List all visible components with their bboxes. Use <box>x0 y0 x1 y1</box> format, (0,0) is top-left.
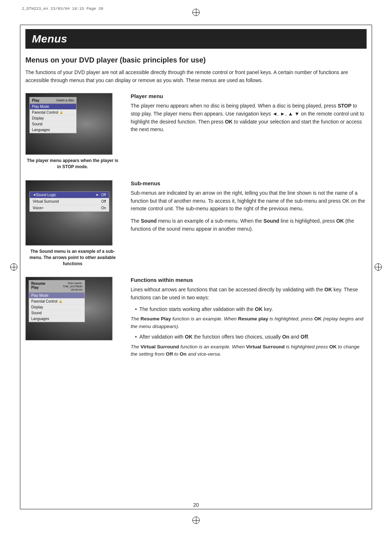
menu-header-left: Play <box>32 98 40 102</box>
title-banner: Menus <box>25 29 367 49</box>
sub-menu-caption: The Sound menu is an example of a sub-me… <box>25 248 120 267</box>
resume-play-label: Resume Play <box>31 282 52 290</box>
functions-left: Resume Play Disc name: THE_EXTREM00:00:0… <box>25 277 120 340</box>
menu-item-playmode: Play Mode <box>30 104 76 110</box>
menu-item-display: Display <box>30 116 76 121</box>
margin-top <box>20 25 372 25</box>
player-menu-screenshot: Play Insert a disc Play Mode Parental Co… <box>25 93 113 155</box>
lock-icon: 🔒 <box>60 111 63 114</box>
voice-plus-val: On <box>101 206 106 210</box>
sub-menus-body1: Sub-menus are indicated by an arrow on t… <box>131 189 367 213</box>
italic-block-2: The Virtual Surround function is an exam… <box>131 343 367 358</box>
page-container: 2_DTH223_en 23/03/04 18:15 Page 20 Menus… <box>0 0 392 534</box>
disc-info: Disc name: THE_EXTREM00:00:03 <box>52 282 82 291</box>
sound-row-logic: ◄ Sound Logic ► Off <box>30 192 109 198</box>
sub-menus-body2: The Sound menu is an example of a sub-me… <box>131 217 367 233</box>
bullet-item-2: After validation with OK the function of… <box>135 333 367 341</box>
dvd-sound-panel: ◄ Sound Logic ► Off Virtual Surround Off <box>29 191 109 212</box>
dvd-resume-header: Resume Play Disc name: THE_EXTREM00:00:0… <box>29 280 85 293</box>
arrow-right-icon: ► <box>96 193 99 197</box>
italic-block-1: The Resume Play function is an example. … <box>131 315 367 330</box>
player-menu-left: Play Insert a disc Play Mode Parental Co… <box>25 93 120 170</box>
player-menu-right: Player menu The player menu appears when… <box>131 93 367 134</box>
resume-display: Display <box>29 304 85 310</box>
sub-menus-left: ◄ Sound Logic ► Off Virtual Surround Off <box>25 180 120 267</box>
sub-menus-right: Sub-menus Sub-menus are indicated by an … <box>131 180 367 233</box>
functions-section: Resume Play Disc name: THE_EXTREM00:00:0… <box>25 277 367 361</box>
crosshair-left <box>10 263 17 271</box>
menu-item-sound: Sound <box>30 121 76 127</box>
bullet-item-1: The function starts working after valida… <box>135 306 367 313</box>
resume-sound: Sound <box>29 310 85 316</box>
arrow-left-icon: ◄ <box>33 193 36 197</box>
sub-menus-section: ◄ Sound Logic ► Off Virtual Surround Off <box>25 180 367 267</box>
functions-right: Functions within menus Lines without arr… <box>131 277 367 361</box>
content-area: Menus Menus on your DVD player (basic pr… <box>25 29 367 501</box>
dvd-menu-panel: Play Insert a disc Play Mode Parental Co… <box>29 97 77 133</box>
resume-screenshot: Resume Play Disc name: THE_EXTREM00:00:0… <box>25 277 113 340</box>
functions-intro: Lines without arrows are functions that … <box>131 286 367 302</box>
lock-icon-2: 🔒 <box>59 300 62 303</box>
resume-languages: Languages <box>29 316 85 322</box>
functions-bullet-list-2: After validation with OK the function of… <box>135 333 367 341</box>
functions-heading: Functions within menus <box>131 277 367 283</box>
voice-plus-label: Voice+ <box>33 206 44 210</box>
player-menu-section: Play Insert a disc Play Mode Parental Co… <box>25 93 367 170</box>
crosshair-right <box>375 263 382 271</box>
resume-play-mode: Play Mode <box>29 293 85 299</box>
dvd-resume-panel: Resume Play Disc name: THE_EXTREM00:00:0… <box>29 280 85 322</box>
virtual-surround-label: Virtual Surround <box>33 199 59 203</box>
resume-parental: Parental Control 🔒 <box>29 299 85 304</box>
dvd-menu-header: Play Insert a disc <box>30 97 76 104</box>
page-title: Menus <box>32 33 360 45</box>
margin-bottom <box>20 509 372 509</box>
intro-text: The functions of your DVD player are not… <box>25 69 367 84</box>
sound-dvd-bg <box>26 181 112 245</box>
sound-menu-screenshot: ◄ Sound Logic ► Off Virtual Surround Off <box>25 180 113 246</box>
menu-item-languages: Languages <box>30 127 76 133</box>
menu-header-right: Insert a disc <box>56 98 74 102</box>
player-menu-caption: The player menu appears when the player … <box>25 158 120 170</box>
player-menu-body: The player menu appears when no disc is … <box>131 102 367 134</box>
virtual-surround-val: Off <box>101 199 106 203</box>
sound-row-surround: Virtual Surround Off <box>30 198 109 205</box>
section-heading: Menus on your DVD player (basic principl… <box>25 56 367 64</box>
crosshair-top <box>192 9 200 16</box>
sound-row-voice: Voice+ On <box>30 205 109 211</box>
margin-left <box>20 25 20 509</box>
functions-bullet-list: The function starts working after valida… <box>135 306 367 313</box>
sub-menus-heading: Sub-menus <box>131 180 367 186</box>
sound-logic-val: Off <box>101 193 106 197</box>
margin-right <box>372 25 372 509</box>
header-meta: 2_DTH223_en 23/03/04 18:15 Page 20 <box>22 7 103 11</box>
page-number: 20 <box>193 502 199 508</box>
crosshair-bottom <box>192 517 200 524</box>
sound-logic-label: Sound Logic <box>36 193 56 197</box>
player-menu-heading: Player menu <box>131 93 367 99</box>
menu-item-parental: Parental Control 🔒 <box>30 110 76 116</box>
